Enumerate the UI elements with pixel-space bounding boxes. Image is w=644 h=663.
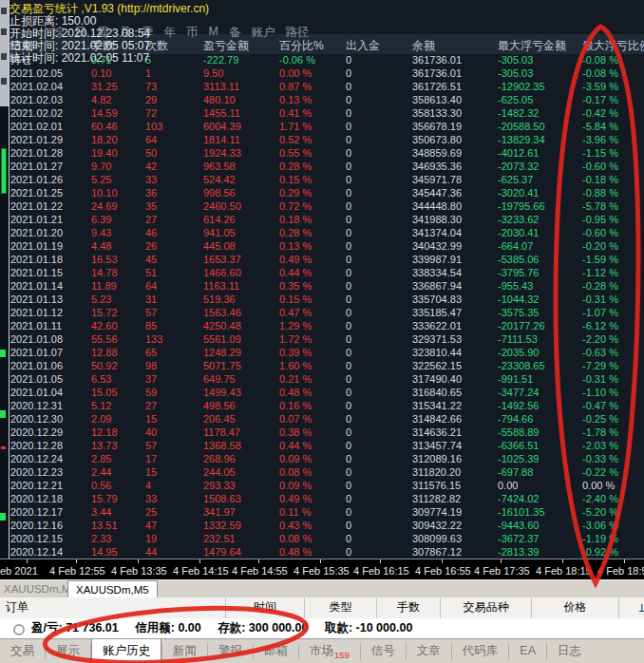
- table-row: 2021.01.1215.72571563.460.47 %0335185.47…: [9, 306, 644, 319]
- table-row: 2021.01.0650.92985071.751.60 %0322562.15…: [9, 359, 644, 372]
- cell: 6.39: [90, 213, 144, 226]
- cell: 2021.01.11: [9, 319, 90, 332]
- table-row: 2020.12.315.1227498.560.16 %0315341.22-1…: [9, 399, 644, 412]
- history-column-2[interactable]: 时间: [226, 597, 305, 618]
- cell: -0.08 %: [581, 53, 644, 66]
- cell: -0.88 %: [581, 186, 644, 199]
- cell: -1.78 %: [581, 426, 644, 439]
- cell: 0.35 %: [278, 279, 345, 293]
- panel-menu-item-路径[interactable]: 路径: [285, 25, 309, 41]
- cell: 329371.53: [411, 332, 497, 346]
- history-column-7[interactable]: 止损: [619, 597, 644, 618]
- terminal-tab-警报[interactable]: 警报: [208, 639, 253, 663]
- cell: -20177.26: [497, 319, 581, 332]
- table-row: 2021.01.265.2533524.420.15 %0345971.78-6…: [9, 173, 644, 186]
- cell: 2020.12.28: [9, 439, 90, 452]
- cell: 24.69: [90, 199, 144, 213]
- cell: 0.08 %: [278, 465, 345, 479]
- cell: 361736.01: [411, 53, 497, 66]
- cell: 2020.12.17: [9, 505, 90, 519]
- cell: 14.95: [90, 545, 144, 559]
- table-row: 2021.01.2224.69352460.500.72 %0344448.80…: [9, 199, 644, 213]
- cell: 0.00 %: [581, 479, 644, 492]
- history-column-5[interactable]: 交易品种: [441, 597, 532, 618]
- panel-menu-item-账户[interactable]: 账户: [251, 25, 275, 41]
- cell: -664.07: [497, 239, 581, 253]
- cell: 358613.40: [411, 93, 497, 106]
- cell: 309774.19: [411, 505, 497, 519]
- time-axis-label: 4 Feb 14:15: [173, 565, 229, 577]
- cell: -0.08 %: [581, 66, 644, 80]
- cell: 2020.12.24: [9, 452, 90, 465]
- cell: 2021.01.13: [9, 293, 90, 306]
- terminal-tab-邮箱[interactable]: 邮箱: [254, 639, 298, 663]
- toolbar-icon: [1, 53, 7, 60]
- cell: 0.56: [90, 479, 144, 492]
- cell: 2021.01.21: [9, 213, 90, 226]
- cell: 206.45: [202, 412, 278, 426]
- cell: 19.40: [90, 146, 144, 160]
- table-row: 2021.01.135.2331519.360.15 %0335704.83-1…: [9, 293, 644, 306]
- column-header: 余额: [411, 38, 497, 53]
- cell: 0: [345, 386, 411, 399]
- history-column-3[interactable]: 类型: [305, 597, 377, 618]
- cell: 14.59: [90, 106, 144, 120]
- cell: -625.05: [497, 93, 581, 106]
- cell: -3.96 %: [581, 133, 644, 146]
- cell: 2020.12.14: [9, 545, 90, 559]
- table-row: 2021.01.209.4346941.050.28 %0341374.04-2…: [9, 226, 644, 239]
- chart-window-tab-bar: XAUUSDm,M5XAUUSDm,M5: [0, 579, 644, 598]
- cell: 0.16 %: [278, 399, 345, 412]
- terminal-tab-日志[interactable]: 日志: [547, 639, 592, 663]
- terminal-tab-信号[interactable]: 信号: [361, 639, 406, 663]
- terminal-tab-账户历史[interactable]: 账户历史: [91, 639, 161, 663]
- cell: 51: [144, 266, 202, 279]
- cell: 15.05: [90, 386, 144, 399]
- cell: 15.79: [90, 492, 144, 505]
- cell: -1482.32: [497, 106, 581, 120]
- terminal-tab-文章[interactable]: 文章: [407, 639, 451, 663]
- terminal-tab-新闻[interactable]: 新闻: [162, 639, 207, 663]
- terminal-tab-市场[interactable]: 市场159: [299, 639, 360, 663]
- cell: -4012.61: [497, 146, 581, 160]
- terminal-tab-展示[interactable]: 展示: [46, 639, 90, 663]
- cell: 0: [345, 306, 411, 319]
- cell: 11.89: [90, 279, 144, 293]
- cell: 2021.01.14: [9, 279, 90, 293]
- terminal-tab-EA[interactable]: EA: [509, 639, 546, 663]
- panel-menu-item-备[interactable]: 备: [229, 25, 241, 41]
- terminal-tab-label: 文章: [417, 644, 441, 657]
- chart-fragment: [0, 410, 6, 418]
- cell: 0.44 %: [278, 266, 345, 279]
- market-count-badge: 159: [334, 650, 350, 660]
- cell: -1.59 %: [581, 253, 644, 266]
- panel-menu-item-M[interactable]: M: [209, 25, 218, 41]
- time-axis-label: 4 Feb 18:55: [597, 565, 644, 577]
- cell: 44: [144, 545, 202, 559]
- chart-tab-active[interactable]: XAUUSDm,M5: [67, 580, 158, 598]
- cell: 519.36: [202, 293, 278, 306]
- history-column-6[interactable]: 价格: [532, 597, 619, 618]
- cell: -222.79: [202, 53, 278, 66]
- cell: 19: [144, 532, 202, 545]
- cell: 0: [345, 332, 411, 346]
- history-column-1[interactable]: 订单: [0, 597, 226, 618]
- cell: 998.56: [202, 186, 278, 199]
- cell: 2021.01.22: [9, 199, 90, 213]
- history-column-4[interactable]: 手数: [377, 597, 441, 618]
- cell: 0: [345, 80, 411, 93]
- cell: 5.25: [90, 173, 144, 186]
- panel-menu-item-币[interactable]: 币: [186, 25, 199, 41]
- cell: 0: [345, 519, 411, 532]
- panel-menu-item-年[interactable]: 年: [164, 25, 177, 41]
- terminal-tab-代码库[interactable]: 代码库: [452, 639, 509, 663]
- chart-fragment: [0, 513, 6, 521]
- cell: 42: [144, 160, 202, 173]
- terminal-tab-交易[interactable]: 交易: [0, 639, 45, 663]
- table-row: 2020.12.1815.79331508.630.49 %0311282.82…: [9, 492, 644, 505]
- cell: 315341.22: [411, 399, 497, 412]
- cell: 98: [144, 359, 202, 372]
- cell: 0: [345, 346, 411, 359]
- cell: 345971.78: [411, 173, 497, 186]
- cell: -6.12 %: [581, 319, 644, 332]
